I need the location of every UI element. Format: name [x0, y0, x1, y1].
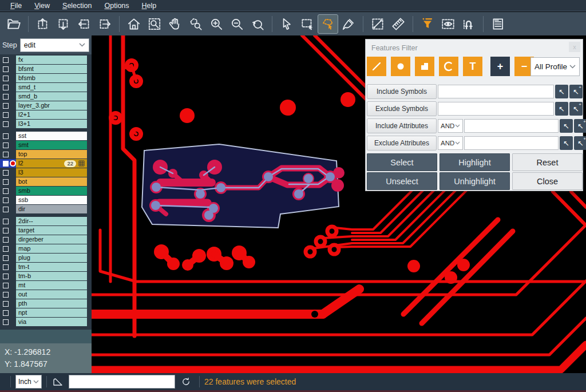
unit-dropdown[interactable]: Inch: [15, 375, 42, 389]
layer-checkbox[interactable]: [3, 219, 9, 224]
measure-distance-button[interactable]: [367, 14, 388, 34]
pan-up-button[interactable]: [33, 14, 53, 34]
close-button[interactable]: Close: [512, 172, 583, 190]
layer-name[interactable]: map: [16, 244, 87, 253]
exclude-symbols-input[interactable]: [438, 102, 554, 116]
exclude-attributes-pick-add-button[interactable]: ↖+: [574, 136, 586, 150]
include-symbols-input[interactable]: [438, 85, 554, 98]
pan-hand-button[interactable]: [165, 14, 185, 34]
zoom-out-button[interactable]: [227, 14, 247, 34]
menu-view[interactable]: View: [29, 1, 56, 11]
include-symbols-pick-button[interactable]: ↖: [555, 85, 568, 98]
filter-lines-button[interactable]: [367, 57, 386, 76]
layer-checkbox[interactable]: [3, 283, 9, 288]
step-dropdown[interactable]: edit: [20, 38, 89, 52]
zoom-window-button[interactable]: [144, 14, 165, 34]
zoom-in-button[interactable]: [206, 14, 227, 34]
select-button[interactable]: Select: [367, 153, 437, 171]
layer-name[interactable]: mt: [16, 281, 87, 290]
exclude-attributes-input[interactable]: [464, 136, 559, 150]
layer-name[interactable]: smd_t: [16, 83, 87, 92]
measure-ruler-button[interactable]: [388, 14, 409, 34]
layer-checkbox[interactable]: [3, 103, 9, 109]
reset-button[interactable]: Reset: [512, 153, 583, 171]
layer-name[interactable]: via: [16, 318, 87, 326]
layer-row-l2[interactable]: l222: [0, 159, 92, 168]
highlight-button[interactable]: Highlight: [440, 153, 510, 171]
include-attributes-pick-add-button[interactable]: ↖+: [574, 119, 586, 133]
layer-checkbox[interactable]: [3, 197, 9, 203]
exclude-symbols-pick-add-button[interactable]: ↖+: [569, 102, 583, 116]
layer-row-bot[interactable]: bot: [0, 177, 92, 186]
layer-name[interactable]: l3: [16, 168, 87, 177]
select-pointer-button[interactable]: [276, 14, 297, 34]
layer-row-ssb[interactable]: ssb: [0, 196, 92, 204]
open-file-button[interactable]: [3, 14, 24, 34]
layer-checkbox[interactable]: [3, 301, 9, 307]
layer-row-tm-b[interactable]: tm-b: [0, 272, 92, 280]
layer-name[interactable]: ssb: [16, 196, 87, 204]
layer-checkbox[interactable]: [3, 170, 9, 176]
include-attributes-operator-dropdown[interactable]: AND: [438, 119, 463, 133]
include-attributes-input[interactable]: [464, 119, 559, 133]
layer-row-bfsmb[interactable]: bfsmb: [0, 74, 92, 82]
layer-checkbox[interactable]: [3, 179, 9, 185]
menu-help[interactable]: Help: [136, 1, 163, 11]
layer-name[interactable]: fx: [16, 56, 87, 64]
include-attributes-pick-button[interactable]: ↖: [560, 119, 573, 133]
layer-row-l3-1[interactable]: l3+1: [0, 120, 92, 128]
profile-dropdown[interactable]: All Profile: [530, 57, 580, 76]
layer-name[interactable]: tm-b: [16, 272, 87, 280]
layer-row-out[interactable]: out: [0, 290, 92, 299]
layer-row-fx[interactable]: fx: [0, 56, 92, 64]
features-filter-button[interactable]: [417, 14, 438, 34]
layer-checkbox[interactable]: [3, 121, 9, 127]
layer-checkbox[interactable]: [3, 76, 9, 81]
pan-right-button[interactable]: [94, 14, 115, 34]
layer-checkbox[interactable]: [3, 85, 9, 90]
select-polygon-button[interactable]: [318, 14, 338, 34]
menu-selection[interactable]: Selection: [57, 1, 97, 11]
layer-row-dirgerber[interactable]: dirgerber: [0, 235, 92, 244]
zoom-polygon-button[interactable]: [185, 14, 206, 34]
layer-name[interactable]: smt: [16, 141, 87, 149]
unselect-button[interactable]: Unselect: [367, 172, 437, 190]
dialog-close-button[interactable]: x: [569, 42, 580, 52]
layer-checkbox[interactable]: [3, 66, 9, 72]
layer-row-layer-3-gbr[interactable]: layer_3.gbr: [0, 101, 92, 110]
layer-checkbox[interactable]: [3, 310, 9, 316]
layer-row-smd-b[interactable]: smd_b: [0, 92, 92, 101]
layer-row-2dir-[interactable]: 2dir--: [0, 217, 92, 225]
corner-ruler-icon[interactable]: [53, 377, 63, 386]
layer-name[interactable]: layer_3.gbr: [16, 101, 87, 110]
layer-row-target[interactable]: target: [0, 226, 92, 235]
layer-name[interactable]: l3+1: [16, 120, 87, 128]
layer-row-via[interactable]: via: [0, 318, 92, 326]
grid-icon[interactable]: [78, 160, 85, 167]
include-symbols-pick-add-button[interactable]: ↖+: [569, 85, 583, 98]
layer-checkbox[interactable]: [3, 319, 9, 325]
layer-checkbox[interactable]: [3, 255, 9, 261]
layer-row-top[interactable]: top: [0, 150, 92, 159]
layer-row-l2-1[interactable]: l2+1: [0, 110, 92, 119]
filter-add-button[interactable]: +: [490, 57, 510, 76]
sync-icon[interactable]: [181, 377, 191, 387]
filter-arcs-button[interactable]: [439, 57, 458, 76]
menu-options[interactable]: Options: [98, 1, 134, 11]
include-symbols-button[interactable]: Include Symbols: [367, 84, 437, 99]
view-options-button[interactable]: [438, 14, 458, 34]
layer-row-mt[interactable]: mt: [0, 281, 92, 290]
layer-row-npt[interactable]: npt: [0, 308, 92, 317]
unhighlight-button[interactable]: Unhighlight: [440, 172, 510, 190]
layer-name[interactable]: target: [16, 226, 87, 235]
layer-name[interactable]: sst: [16, 132, 87, 140]
layer-row-smb[interactable]: smb: [0, 187, 92, 195]
home-view-button[interactable]: [124, 14, 144, 34]
filter-surfaces-button[interactable]: [415, 57, 434, 76]
layer-checkbox[interactable]: [3, 274, 9, 279]
layer-checkbox[interactable]: [3, 246, 9, 252]
command-input[interactable]: [69, 375, 175, 389]
include-attributes-button[interactable]: Include Attributes: [367, 118, 437, 133]
layer-checkbox[interactable]: [3, 57, 9, 63]
layer-checkbox[interactable]: [3, 292, 9, 298]
